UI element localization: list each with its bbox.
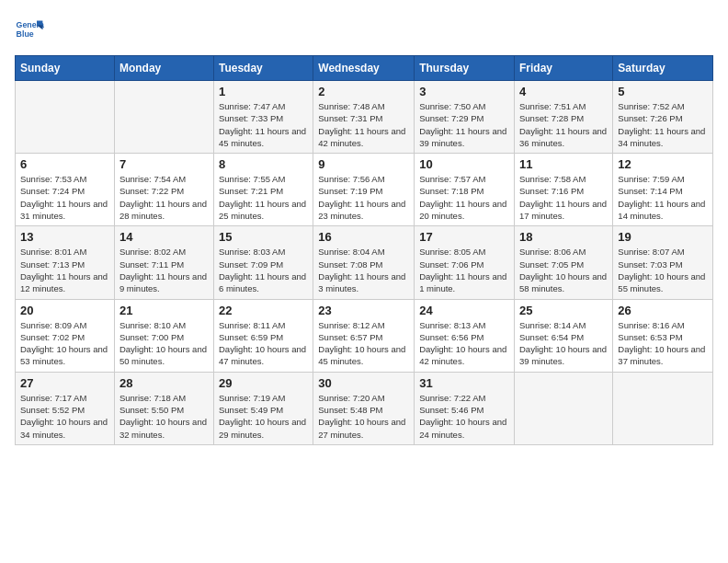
day-number: 1	[219, 85, 308, 98]
day-cell: 28Sunrise: 7:18 AM Sunset: 5:50 PM Dayli…	[114, 372, 213, 444]
day-cell: 7Sunrise: 7:54 AM Sunset: 7:22 PM Daylig…	[114, 154, 213, 226]
day-cell: 24Sunrise: 8:13 AM Sunset: 6:56 PM Dayli…	[415, 299, 515, 372]
day-cell: 27Sunrise: 7:17 AM Sunset: 5:52 PM Dayli…	[16, 372, 115, 444]
day-detail: Sunrise: 7:22 AM Sunset: 5:46 PM Dayligh…	[419, 392, 509, 441]
day-detail: Sunrise: 7:51 AM Sunset: 7:28 PM Dayligh…	[519, 100, 608, 149]
col-header-sunday: Sunday	[16, 56, 115, 81]
day-detail: Sunrise: 8:04 AM Sunset: 7:08 PM Dayligh…	[318, 246, 409, 294]
page-header: General Blue	[15, 15, 713, 44]
week-row-5: 27Sunrise: 7:17 AM Sunset: 5:52 PM Dayli…	[16, 372, 713, 444]
day-cell: 8Sunrise: 7:55 AM Sunset: 7:21 PM Daylig…	[213, 154, 313, 226]
day-cell: 1Sunrise: 7:47 AM Sunset: 7:33 PM Daylig…	[213, 81, 313, 154]
day-cell: 6Sunrise: 7:53 AM Sunset: 7:24 PM Daylig…	[16, 154, 115, 226]
day-cell	[613, 372, 713, 444]
calendar-table: SundayMondayTuesdayWednesdayThursdayFrid…	[15, 55, 713, 445]
day-cell: 23Sunrise: 8:12 AM Sunset: 6:57 PM Dayli…	[313, 299, 415, 372]
day-cell: 21Sunrise: 8:10 AM Sunset: 7:00 PM Dayli…	[114, 299, 213, 372]
day-number: 27	[20, 376, 109, 390]
col-header-wednesday: Wednesday	[313, 56, 415, 81]
day-detail: Sunrise: 7:18 AM Sunset: 5:50 PM Dayligh…	[119, 392, 209, 441]
day-cell: 3Sunrise: 7:50 AM Sunset: 7:29 PM Daylig…	[415, 81, 515, 154]
header-row: SundayMondayTuesdayWednesdayThursdayFrid…	[16, 56, 713, 81]
day-number: 6	[20, 157, 109, 171]
day-cell: 20Sunrise: 8:09 AM Sunset: 7:02 PM Dayli…	[16, 299, 115, 372]
day-detail: Sunrise: 8:12 AM Sunset: 6:57 PM Dayligh…	[318, 319, 409, 368]
day-detail: Sunrise: 7:55 AM Sunset: 7:21 PM Dayligh…	[219, 173, 308, 222]
day-cell	[515, 372, 613, 444]
day-detail: Sunrise: 7:20 AM Sunset: 5:48 PM Dayligh…	[318, 392, 409, 441]
day-detail: Sunrise: 7:53 AM Sunset: 7:24 PM Dayligh…	[20, 173, 109, 222]
day-cell: 4Sunrise: 7:51 AM Sunset: 7:28 PM Daylig…	[515, 81, 613, 154]
day-cell: 15Sunrise: 8:03 AM Sunset: 7:09 PM Dayli…	[213, 226, 313, 299]
week-row-4: 20Sunrise: 8:09 AM Sunset: 7:02 PM Dayli…	[16, 299, 713, 372]
day-cell: 14Sunrise: 8:02 AM Sunset: 7:11 PM Dayli…	[114, 226, 213, 299]
day-number: 14	[119, 230, 209, 244]
day-number: 12	[618, 157, 708, 171]
day-cell: 22Sunrise: 8:11 AM Sunset: 6:59 PM Dayli…	[213, 299, 313, 372]
day-number: 29	[219, 376, 308, 390]
week-row-2: 6Sunrise: 7:53 AM Sunset: 7:24 PM Daylig…	[16, 154, 713, 226]
day-number: 24	[419, 304, 509, 317]
day-detail: Sunrise: 8:09 AM Sunset: 7:02 PM Dayligh…	[20, 319, 109, 368]
logo: General Blue	[15, 15, 48, 44]
day-cell: 5Sunrise: 7:52 AM Sunset: 7:26 PM Daylig…	[613, 81, 713, 154]
day-detail: Sunrise: 7:52 AM Sunset: 7:26 PM Dayligh…	[618, 100, 708, 149]
day-number: 11	[519, 157, 608, 171]
day-number: 8	[219, 157, 308, 171]
day-detail: Sunrise: 7:57 AM Sunset: 7:18 PM Dayligh…	[419, 173, 509, 222]
day-number: 19	[618, 230, 708, 244]
day-cell: 25Sunrise: 8:14 AM Sunset: 6:54 PM Dayli…	[515, 299, 613, 372]
day-cell	[16, 81, 115, 154]
day-cell: 10Sunrise: 7:57 AM Sunset: 7:18 PM Dayli…	[415, 154, 515, 226]
day-number: 9	[318, 157, 409, 171]
day-number: 2	[318, 85, 409, 98]
day-number: 30	[318, 376, 409, 390]
day-detail: Sunrise: 7:50 AM Sunset: 7:29 PM Dayligh…	[419, 100, 509, 149]
week-row-3: 13Sunrise: 8:01 AM Sunset: 7:13 PM Dayli…	[16, 226, 713, 299]
day-cell: 26Sunrise: 8:16 AM Sunset: 6:53 PM Dayli…	[613, 299, 713, 372]
day-number: 10	[419, 157, 509, 171]
col-header-friday: Friday	[515, 56, 613, 81]
day-cell: 19Sunrise: 8:07 AM Sunset: 7:03 PM Dayli…	[613, 226, 713, 299]
day-cell: 17Sunrise: 8:05 AM Sunset: 7:06 PM Dayli…	[415, 226, 515, 299]
day-cell: 2Sunrise: 7:48 AM Sunset: 7:31 PM Daylig…	[313, 81, 415, 154]
day-cell: 30Sunrise: 7:20 AM Sunset: 5:48 PM Dayli…	[313, 372, 415, 444]
svg-text:Blue: Blue	[17, 29, 34, 39]
week-row-1: 1Sunrise: 7:47 AM Sunset: 7:33 PM Daylig…	[16, 81, 713, 154]
col-header-tuesday: Tuesday	[213, 56, 313, 81]
day-detail: Sunrise: 7:59 AM Sunset: 7:14 PM Dayligh…	[618, 173, 708, 222]
day-detail: Sunrise: 8:06 AM Sunset: 7:05 PM Dayligh…	[519, 246, 608, 294]
day-number: 28	[119, 376, 209, 390]
day-number: 18	[519, 230, 608, 244]
day-detail: Sunrise: 8:16 AM Sunset: 6:53 PM Dayligh…	[618, 319, 708, 368]
day-number: 31	[419, 376, 509, 390]
day-cell: 18Sunrise: 8:06 AM Sunset: 7:05 PM Dayli…	[515, 226, 613, 299]
day-number: 20	[20, 304, 109, 317]
day-detail: Sunrise: 8:03 AM Sunset: 7:09 PM Dayligh…	[219, 246, 308, 294]
day-detail: Sunrise: 7:56 AM Sunset: 7:19 PM Dayligh…	[318, 173, 409, 222]
day-detail: Sunrise: 7:19 AM Sunset: 5:49 PM Dayligh…	[219, 392, 308, 441]
day-detail: Sunrise: 8:14 AM Sunset: 6:54 PM Dayligh…	[519, 319, 608, 368]
day-detail: Sunrise: 8:10 AM Sunset: 7:00 PM Dayligh…	[119, 319, 209, 368]
day-number: 16	[318, 230, 409, 244]
day-detail: Sunrise: 7:58 AM Sunset: 7:16 PM Dayligh…	[519, 173, 608, 222]
day-cell	[114, 81, 213, 154]
logo-icon: General Blue	[15, 15, 44, 44]
day-detail: Sunrise: 8:02 AM Sunset: 7:11 PM Dayligh…	[119, 246, 209, 294]
day-cell: 12Sunrise: 7:59 AM Sunset: 7:14 PM Dayli…	[613, 154, 713, 226]
day-number: 21	[119, 304, 209, 317]
col-header-monday: Monday	[114, 56, 213, 81]
day-detail: Sunrise: 8:07 AM Sunset: 7:03 PM Dayligh…	[618, 246, 708, 294]
day-number: 13	[20, 230, 109, 244]
day-cell: 31Sunrise: 7:22 AM Sunset: 5:46 PM Dayli…	[415, 372, 515, 444]
day-cell: 29Sunrise: 7:19 AM Sunset: 5:49 PM Dayli…	[213, 372, 313, 444]
day-cell: 13Sunrise: 8:01 AM Sunset: 7:13 PM Dayli…	[16, 226, 115, 299]
day-number: 15	[219, 230, 308, 244]
day-cell: 11Sunrise: 7:58 AM Sunset: 7:16 PM Dayli…	[515, 154, 613, 226]
day-detail: Sunrise: 8:01 AM Sunset: 7:13 PM Dayligh…	[20, 246, 109, 294]
day-number: 22	[219, 304, 308, 317]
day-detail: Sunrise: 7:48 AM Sunset: 7:31 PM Dayligh…	[318, 100, 409, 149]
day-cell: 9Sunrise: 7:56 AM Sunset: 7:19 PM Daylig…	[313, 154, 415, 226]
day-number: 5	[618, 85, 708, 98]
day-number: 4	[519, 85, 608, 98]
